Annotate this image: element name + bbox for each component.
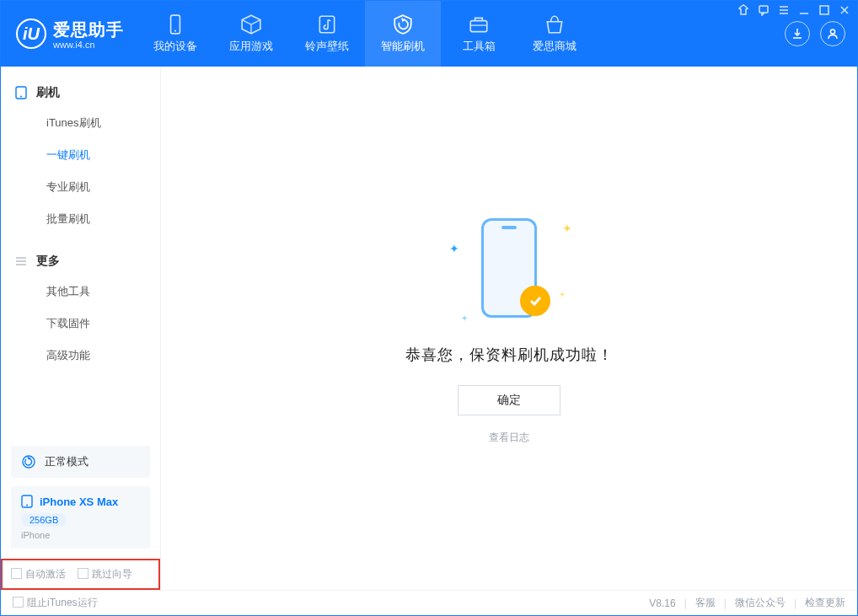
sidebar-item-itunes-flash[interactable]: iTunes刷机	[1, 107, 160, 139]
version-label: V8.16	[649, 597, 675, 609]
minimize-icon[interactable]	[798, 4, 810, 16]
wechat-link[interactable]: 微信公众号	[735, 596, 786, 610]
sidebar-group-more: 更多	[1, 247, 160, 276]
sparkle-icon: ✦	[562, 222, 572, 235]
mode-box[interactable]: 正常模式	[11, 446, 150, 478]
sidebar-group1-title: 刷机	[36, 85, 60, 100]
logo: iU 爱思助手 www.i4.cn	[1, 1, 137, 67]
svg-point-3	[174, 30, 176, 32]
app-window: iU 爱思助手 www.i4.cn 我的设备 应用游戏 铃声壁纸 智能刷机	[0, 0, 858, 616]
tab-device[interactable]: 我的设备	[137, 1, 213, 67]
device-type: iPhone	[21, 530, 140, 540]
success-illustration: ✦ ✦ ✦ ✦	[446, 212, 572, 329]
menu-icon[interactable]	[778, 4, 790, 16]
sidebar: 刷机 iTunes刷机 一键刷机 专业刷机 批量刷机 更多 其他工具 下载固件 …	[1, 67, 161, 590]
svg-point-6	[830, 29, 834, 34]
view-log-link[interactable]: 查看日志	[489, 431, 529, 445]
sparkle-icon: ✦	[449, 242, 459, 255]
header-bar: iU 爱思助手 www.i4.cn 我的设备 应用游戏 铃声壁纸 智能刷机	[1, 1, 857, 67]
check-update-link[interactable]: 检查更新	[805, 596, 845, 610]
sidebar-item-oneclick-flash[interactable]: 一键刷机	[1, 139, 160, 171]
sidebar-bottom: 正常模式 iPhone XS Max 256GB iPhone	[1, 437, 160, 559]
sidebar-group2-title: 更多	[36, 254, 60, 269]
account-button[interactable]	[820, 21, 845, 46]
device-capacity: 256GB	[21, 513, 67, 527]
phone-icon	[14, 86, 28, 99]
block-itunes-label: 阻止iTunes运行	[27, 597, 98, 608]
checkbox-auto-activate[interactable]: 自动激活	[11, 567, 66, 581]
success-message: 恭喜您，保资料刷机成功啦！	[405, 345, 614, 365]
options-highlight: 自动激活 跳过向导	[1, 559, 160, 590]
skip-guide-label: 跳过向导	[92, 568, 132, 580]
ok-button[interactable]: 确定	[458, 385, 560, 415]
support-link[interactable]: 客服	[695, 596, 716, 610]
download-button[interactable]	[785, 21, 810, 46]
auto-activate-label: 自动激活	[25, 568, 66, 580]
body: 刷机 iTunes刷机 一键刷机 专业刷机 批量刷机 更多 其他工具 下载固件 …	[1, 67, 857, 590]
sparkle-icon: ✦	[461, 313, 468, 323]
svg-rect-5	[470, 21, 487, 32]
device-box[interactable]: iPhone XS Max 256GB iPhone	[11, 486, 150, 549]
checkbox-block-itunes[interactable]: 阻止iTunes运行	[13, 596, 98, 610]
sidebar-item-other-tools[interactable]: 其他工具	[1, 276, 160, 308]
tab-apps-label: 应用游戏	[229, 39, 273, 54]
window-controls	[737, 4, 850, 16]
sidebar-item-download-firmware[interactable]: 下载固件	[1, 308, 160, 340]
feedback-icon[interactable]	[758, 4, 770, 16]
tab-store-label: 爱思商城	[533, 39, 576, 54]
tab-media[interactable]: 铃声壁纸	[289, 1, 365, 67]
tab-media-label: 铃声壁纸	[305, 39, 349, 54]
content-area: ✦ ✦ ✦ ✦ 恭喜您，保资料刷机成功啦！ 确定 查看日志	[161, 67, 857, 590]
tab-toolbox[interactable]: 工具箱	[441, 1, 517, 67]
sidebar-item-batch-flash[interactable]: 批量刷机	[1, 203, 160, 235]
sidebar-item-pro-flash[interactable]: 专业刷机	[1, 171, 160, 203]
close-icon[interactable]	[839, 4, 850, 16]
app-subtitle: www.i4.cn	[53, 40, 124, 50]
device-name: iPhone XS Max	[40, 495, 118, 508]
checkbox-skip-guide[interactable]: 跳过向导	[78, 567, 132, 581]
checkbox-icon	[11, 568, 22, 579]
tab-toolbox-label: 工具箱	[463, 39, 496, 54]
main-tabs: 我的设备 应用游戏 铃声壁纸 智能刷机 工具箱 爱思商城	[137, 1, 593, 67]
mode-label: 正常模式	[45, 454, 88, 469]
app-title: 爱思助手	[53, 19, 124, 41]
svg-rect-4	[319, 16, 334, 33]
tab-apps[interactable]: 应用游戏	[213, 1, 289, 67]
tab-flash[interactable]: 智能刷机	[365, 1, 441, 67]
sparkle-icon: ✦	[559, 290, 566, 299]
svg-rect-0	[759, 6, 768, 13]
tab-device-label: 我的设备	[153, 39, 197, 54]
device-phone-icon	[21, 495, 33, 508]
tab-store[interactable]: 爱思商城	[517, 1, 593, 67]
shirt-icon[interactable]	[737, 4, 749, 16]
svg-point-8	[20, 96, 22, 98]
maximize-icon[interactable]	[818, 4, 830, 16]
checkbox-icon	[78, 568, 88, 579]
check-badge-icon	[520, 286, 550, 316]
logo-icon: iU	[16, 19, 46, 49]
list-icon	[14, 254, 28, 268]
sidebar-group-flash: 刷机	[1, 78, 160, 107]
refresh-icon	[21, 454, 36, 469]
checkbox-icon	[13, 597, 24, 608]
svg-point-11	[26, 505, 28, 506]
svg-rect-1	[820, 6, 829, 14]
footer-bar: 阻止iTunes运行 V8.16 | 客服 | 微信公众号 | 检查更新	[1, 590, 857, 615]
sidebar-item-advanced[interactable]: 高级功能	[1, 340, 160, 372]
tab-flash-label: 智能刷机	[381, 39, 425, 54]
